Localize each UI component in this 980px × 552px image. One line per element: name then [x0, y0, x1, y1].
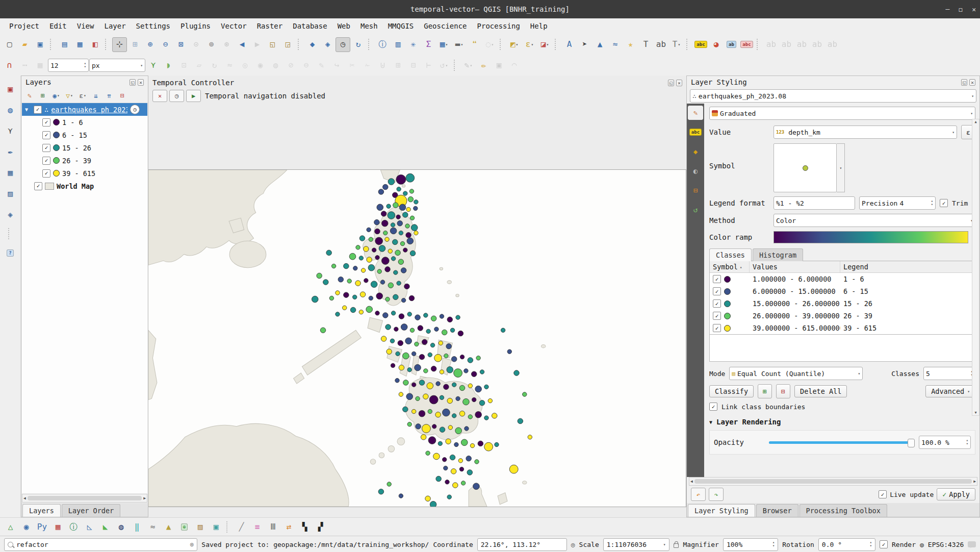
- styling-layer-select[interactable]: ∴ earthquakes_ph_2023.08 ▾: [690, 89, 976, 103]
- new-virtual-layer-button[interactable]: ◈: [3, 207, 18, 222]
- enable-tracing-button[interactable]: ⋎: [146, 58, 161, 73]
- mask-button[interactable]: ◐: [688, 164, 703, 178]
- legend-column-header[interactable]: Legend: [840, 261, 975, 272]
- render-checkbox[interactable]: [880, 540, 888, 548]
- scroll-right-icon[interactable]: ▶: [973, 479, 976, 484]
- temporal-animated-button[interactable]: ▶: [186, 90, 201, 102]
- zoom-last-button[interactable]: ◀: [235, 37, 249, 52]
- class-table-row[interactable]: 6.000000 - 15.0000006 - 15: [710, 285, 975, 297]
- expand-all-button[interactable]: ⇊: [90, 89, 102, 102]
- messages-icon[interactable]: [968, 541, 976, 547]
- undock-icon[interactable]: ◱: [668, 80, 674, 86]
- temporal-navigation-off-button[interactable]: ✕: [152, 90, 167, 102]
- zoom-to-layer-button[interactable]: ⊚: [204, 37, 219, 52]
- menu-edit[interactable]: Edit: [44, 20, 72, 32]
- scale-combobox[interactable]: 1:11076036 ▾: [603, 538, 669, 551]
- globe-view-button[interactable]: ◍: [114, 520, 128, 535]
- tab-classes[interactable]: Classes: [709, 248, 752, 261]
- bw-pattern-1-button[interactable]: ▚: [297, 520, 312, 535]
- classes-count-spinbox[interactable]: 5 ▴▾: [923, 367, 975, 380]
- legend-class-item[interactable]: 1 - 6: [22, 116, 147, 129]
- remove-layer-button[interactable]: ⊟: [116, 89, 128, 102]
- zoom-full-button[interactable]: ⊠: [173, 37, 188, 52]
- tab-processing-toolbox[interactable]: Processing Toolbox: [800, 504, 887, 517]
- symbol-preview[interactable]: [773, 143, 837, 192]
- copy-features-button[interactable]: ▣: [209, 520, 223, 535]
- method-select[interactable]: Color ▾: [773, 214, 975, 227]
- values-column-header[interactable]: Values: [750, 261, 840, 272]
- add-class-button[interactable]: ⊞: [758, 384, 772, 398]
- layer-item-earthquakes[interactable]: ▼ ∴ earthquakes_ph_2023.08 ◷: [22, 103, 147, 116]
- zoom-out-button[interactable]: ⊖: [158, 37, 173, 52]
- layer-item-world-map[interactable]: World Map: [22, 180, 147, 192]
- class-visibility-checkbox[interactable]: [42, 169, 50, 178]
- advanced-button[interactable]: Advanced ▾: [925, 385, 975, 397]
- add-line-annotation-button[interactable]: ≈: [608, 37, 623, 52]
- profile-chart-button[interactable]: ≈: [145, 520, 160, 535]
- scroll-left-icon[interactable]: ◀: [690, 479, 693, 484]
- select-by-expression-button[interactable]: ε▾: [522, 37, 537, 52]
- spinner-arrows-icon[interactable]: ▴▾: [931, 199, 933, 207]
- open-layer-styling-button[interactable]: ✎: [23, 89, 36, 102]
- legend-class-item[interactable]: 26 - 39: [22, 154, 147, 167]
- map-tips-button[interactable]: ❝: [467, 37, 482, 52]
- toggle-editing-button[interactable]: ✏: [476, 58, 491, 73]
- class-visibility-checkbox[interactable]: [42, 131, 50, 139]
- scroll-left-icon[interactable]: ◀: [23, 496, 26, 500]
- close-icon[interactable]: ✕: [676, 80, 682, 86]
- new-map-view-button[interactable]: ◱: [265, 37, 280, 52]
- diagrams-button[interactable]: ⊟: [688, 183, 703, 197]
- maximize-button[interactable]: ◻: [959, 6, 963, 13]
- data-plotly-button[interactable]: ◺: [82, 520, 97, 535]
- quick-map-services-button[interactable]: ▨: [193, 520, 208, 535]
- zoom-in-button[interactable]: ⊕: [143, 37, 158, 52]
- minimize-button[interactable]: ─: [946, 6, 950, 13]
- class-visibility-checkbox[interactable]: [42, 118, 50, 127]
- digitize-with-shape-button[interactable]: ◗: [161, 58, 176, 73]
- line-styles-button[interactable]: ≡: [250, 520, 265, 535]
- class-table-row[interactable]: 1.000000 - 6.0000001 - 6: [710, 273, 975, 285]
- new-print-layout-button[interactable]: ▤: [57, 37, 72, 52]
- class-visibility-checkbox[interactable]: [713, 324, 721, 332]
- class-visibility-checkbox[interactable]: [713, 275, 721, 283]
- map-canvas[interactable]: [148, 169, 686, 507]
- style-manager-button[interactable]: ◧: [88, 37, 102, 52]
- show-layout-manager-button[interactable]: ▦: [72, 37, 87, 52]
- deselect-features-button[interactable]: ◪▾: [537, 37, 552, 52]
- processing-toolbox-button[interactable]: ✳: [406, 37, 421, 52]
- qgis2threejs-button[interactable]: △: [3, 520, 18, 535]
- python-console-button[interactable]: Py: [35, 520, 49, 535]
- crayfish-button[interactable]: ▲: [161, 520, 176, 535]
- expand-arrow-icon[interactable]: ▼: [25, 107, 31, 112]
- collapse-all-button[interactable]: ⇈: [103, 89, 115, 102]
- snapping-options-button[interactable]: ∩: [2, 58, 17, 73]
- save-project-button[interactable]: ▣: [33, 37, 47, 52]
- lock-scale-icon[interactable]: [674, 543, 679, 548]
- add-html-annotation-button[interactable]: ab: [654, 37, 668, 52]
- class-visibility-checkbox[interactable]: [42, 157, 50, 165]
- color-ramp-button[interactable]: [773, 231, 968, 243]
- add-vector-layer-button[interactable]: ◍: [3, 103, 18, 117]
- symbol-dropdown-button[interactable]: ▾: [837, 143, 845, 192]
- legend-class-item[interactable]: 39 - 615: [22, 167, 147, 180]
- remove-class-button[interactable]: ⊟: [776, 384, 790, 398]
- legend-format-input[interactable]: %1 - %2: [773, 196, 855, 210]
- classify-button[interactable]: Classify: [709, 385, 754, 397]
- show-spatial-bookmarks-button[interactable]: ◈: [320, 37, 335, 52]
- class-visibility-checkbox[interactable]: [42, 144, 50, 152]
- class-visibility-checkbox[interactable]: [713, 312, 721, 320]
- raster-calculator-button[interactable]: ▦: [50, 520, 65, 535]
- menu-mesh[interactable]: Mesh: [355, 20, 383, 32]
- styling-horizontal-scrollbar[interactable]: ◀ ▶: [689, 477, 977, 486]
- menu-raster[interactable]: Raster: [252, 20, 288, 32]
- menu-layer[interactable]: Layer: [99, 20, 131, 32]
- legend-class-item[interactable]: 6 - 15: [22, 129, 147, 141]
- add-group-button[interactable]: ⊞: [37, 89, 49, 102]
- open-project-button[interactable]: ▰: [17, 37, 32, 52]
- rotation-spinbox[interactable]: 0.0 ° ▴▾: [818, 538, 875, 551]
- statistical-summary-button[interactable]: ▥: [391, 37, 405, 52]
- tab-browser[interactable]: Browser: [756, 504, 798, 517]
- class-visibility-checkbox[interactable]: [713, 299, 721, 308]
- identify-features-button[interactable]: ⓘ: [375, 37, 390, 52]
- tab-histogram[interactable]: Histogram: [753, 248, 803, 261]
